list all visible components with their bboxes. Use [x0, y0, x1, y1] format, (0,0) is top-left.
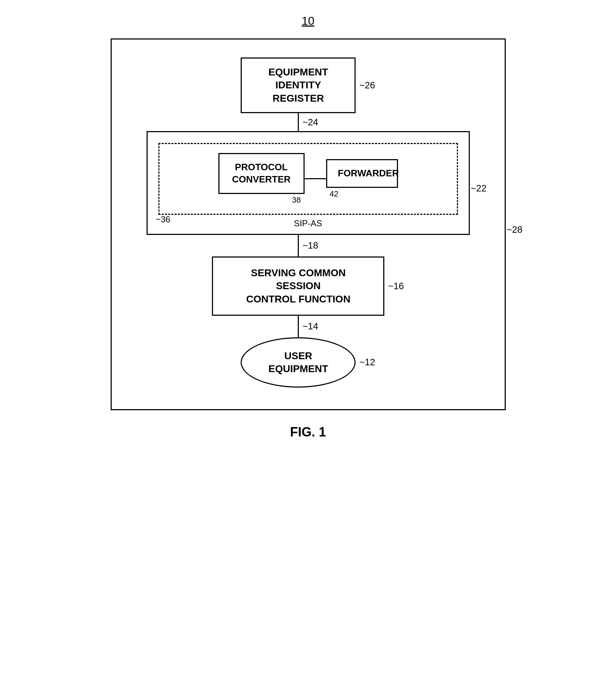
- ref-42: 42: [330, 189, 338, 199]
- scscf-container: SERVING COMMON SESSION CONTROL FUNCTION …: [212, 256, 404, 316]
- pc-label-line2: CONVERTER: [232, 174, 291, 185]
- ref-16: ~16: [388, 281, 404, 292]
- v-line-3: [298, 316, 299, 337]
- ue-container: USER EQUIPMENT ~12: [241, 337, 375, 388]
- ref-18: ~18: [302, 240, 318, 251]
- v-line-1: [298, 113, 299, 131]
- ref-38: 38: [292, 195, 301, 205]
- protocol-converter-container: PROTOCOL CONVERTER 38: [218, 153, 305, 205]
- connector-sipas-scscf: ~18: [298, 235, 318, 256]
- connector-eir-sipas: ~24: [298, 113, 318, 131]
- horiz-connector: [305, 178, 326, 179]
- eir-container: EQUIPMENT IDENTITY REGISTER ~26: [241, 57, 375, 113]
- figure-number-top: 10: [302, 14, 315, 28]
- forwarder-container: FORWARDER 42: [326, 159, 398, 199]
- ref-14: ~14: [302, 321, 318, 332]
- ref-12: ~12: [359, 357, 375, 368]
- scscf-label-line2: CONTROL FUNCTION: [246, 293, 350, 305]
- v-line-2: [298, 235, 299, 256]
- forwarder-label: FORWARDER: [338, 168, 399, 179]
- eir-label-line2: REGISTER: [273, 93, 324, 104]
- sipas-label: SIP-AS: [294, 218, 322, 228]
- forwarder-box: FORWARDER: [326, 159, 398, 188]
- figure-label-bottom: FIG. 1: [290, 425, 326, 440]
- connector-scscf-ue: ~14: [298, 316, 318, 337]
- ue-label-line1: USER: [284, 350, 312, 362]
- dashed-inner-box: ~36 PROTOCOL CONVERTER 38 FORWARDER 42: [158, 143, 458, 215]
- eir-ref: ~26: [359, 80, 375, 91]
- ue-ellipse: USER EQUIPMENT: [241, 337, 356, 388]
- outer-box: ~28 EQUIPMENT IDENTITY REGISTER ~26 ~24 …: [111, 38, 506, 410]
- ref-36: ~36: [156, 214, 171, 225]
- ue-label-line2: EQUIPMENT: [268, 362, 328, 375]
- scscf-label-line1: SERVING COMMON SESSION: [251, 267, 346, 291]
- eir-label-line1: EQUIPMENT IDENTITY: [268, 66, 328, 91]
- scscf-box: SERVING COMMON SESSION CONTROL FUNCTION: [212, 256, 384, 316]
- eir-box: EQUIPMENT IDENTITY REGISTER: [241, 57, 356, 113]
- ref-28: ~28: [506, 224, 522, 235]
- pc-label-line1: PROTOCOL: [235, 162, 288, 172]
- ref-24: ~24: [302, 117, 318, 128]
- protocol-converter-box: PROTOCOL CONVERTER: [218, 153, 305, 194]
- ref-22: ~22: [471, 183, 486, 194]
- sipas-outer-box: ~22 ~36 PROTOCOL CONVERTER 38 FORWARDER …: [147, 131, 470, 235]
